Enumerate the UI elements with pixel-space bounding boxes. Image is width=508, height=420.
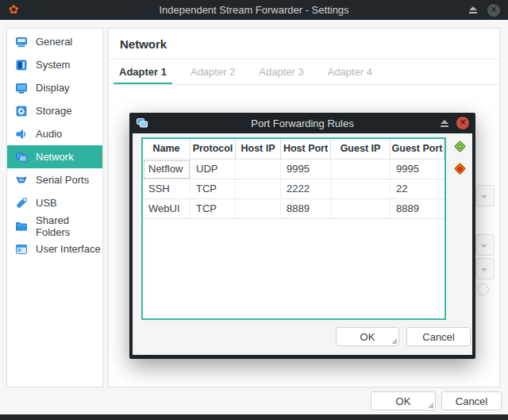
close-icon[interactable]: × [487,4,500,17]
sidebar-item-label: User Interface [36,243,101,255]
window-title: Independent Stream Forwarder - Settings [0,4,508,16]
sidebar-item-user-interface[interactable]: User Interface [7,237,102,260]
cancel-button[interactable]: Cancel [441,391,502,410]
tab-adapter-3[interactable]: Adapter 3 [253,60,309,84]
modal-close-icon[interactable]: × [456,117,469,129]
tab-adapter-1[interactable]: Adapter 1 [114,60,172,84]
table-cell[interactable] [331,179,391,199]
ok-button-label: OK [396,395,411,407]
cancel-button-label: Cancel [456,395,487,407]
table-row[interactable]: NetflowUDP99959995 [143,160,444,179]
shared-folders-icon [15,220,28,233]
storage-icon [15,105,28,118]
column-header-guest-port: Guest Port [391,139,444,160]
tab-adapter-4[interactable]: Adapter 4 [322,60,378,84]
refresh-mac-icon [477,283,489,295]
attached-to-combobox [475,185,495,206]
sidebar-item-shared-folders[interactable]: Shared Folders [7,214,102,237]
table-row[interactable]: WebUITCP88898889 [143,199,444,219]
settings-window: ✿ Independent Stream Forwarder - Setting… [0,0,508,420]
column-header-guest-ip: Guest IP [331,139,391,160]
table-cell[interactable]: SSH [143,179,190,199]
promiscuous-mode-combobox [475,258,495,279]
adapter-type-combobox [475,234,495,256]
sidebar-item-network[interactable]: Network [7,145,102,168]
page-title: Network [109,29,499,60]
serial-ports-icon [15,174,28,187]
sidebar-item-label: Audio [36,128,62,140]
table-cell[interactable] [236,160,281,179]
sidebar-item-label: Shared Folders [36,214,102,238]
table-cell[interactable]: 8889 [281,199,331,219]
system-icon [15,59,28,71]
sidebar-item-label: Serial Ports [36,174,89,186]
table-cell[interactable] [331,160,391,179]
table-cell[interactable]: Netflow [143,160,190,179]
sidebar-item-label: Display [36,82,70,94]
modal-title: Port Forwarding Rules [129,118,475,129]
table-cell[interactable] [236,179,281,199]
titlebar: ✿ Independent Stream Forwarder - Setting… [0,0,508,20]
modal-cancel-button[interactable]: Cancel [406,327,471,346]
settings-sidebar: GeneralSystemDisplayStorageAudioNetworkS… [6,28,103,387]
table-cell[interactable] [331,199,391,219]
table-cell[interactable]: TCP [190,179,236,199]
modal-titlebar: Port Forwarding Rules × [129,113,475,133]
remove-rule-icon[interactable] [453,162,467,175]
column-header-host-port: Host Port [281,139,331,160]
table-cell[interactable]: 8889 [391,199,444,219]
modal-ok-button[interactable]: OK [336,327,399,346]
column-header-host-ip: Host IP [236,139,281,160]
sidebar-item-label: Storage [36,105,72,117]
table-cell[interactable]: 9995 [391,160,444,179]
window-bottom-border [0,414,508,420]
modal-body: NameProtocolHost IPHost PortGuest IPGues… [133,133,472,355]
sidebar-item-label: System [36,59,70,71]
sidebar-item-label: Network [36,151,74,163]
table-cell[interactable]: 22 [391,179,444,199]
sidebar-item-label: USB [36,197,57,209]
modal-maximize-icon[interactable] [441,120,448,127]
modal-cancel-label: Cancel [422,331,454,343]
table-cell[interactable]: 2222 [281,179,331,199]
default-button-indicator [428,403,433,408]
add-rule-icon[interactable] [453,140,467,153]
column-header-name: Name [143,139,190,160]
sidebar-item-label: General [36,36,72,48]
audio-icon [15,128,28,141]
adapter-tabs: Adapter 1Adapter 2Adapter 3Adapter 4 [109,60,499,85]
display-icon [15,82,28,94]
sidebar-item-system[interactable]: System [7,53,102,76]
table-cell[interactable]: WebUI [143,199,190,219]
network-icon [15,151,28,164]
sidebar-item-audio[interactable]: Audio [7,122,102,145]
table-cell[interactable]: UDP [190,160,236,179]
port-forwarding-table: NameProtocolHost IPHost PortGuest IPGues… [141,137,446,320]
sidebar-item-general[interactable]: General [7,30,102,53]
table-header-row: NameProtocolHost IPHost PortGuest IPGues… [143,139,444,160]
column-header-protocol: Protocol [190,139,236,160]
port-forwarding-rules-dialog: Port Forwarding Rules × NameProtocolHost… [129,113,475,359]
table-cell[interactable]: 9995 [281,160,331,179]
user-interface-icon [15,243,28,256]
table-row[interactable]: SSHTCP222222 [143,179,444,199]
table-cell[interactable]: TCP [190,199,236,219]
default-button-indicator [391,338,397,344]
usb-icon [15,197,28,210]
ok-button[interactable]: OK [371,391,436,410]
sidebar-item-usb[interactable]: USB [7,191,102,214]
general-icon [15,36,28,48]
maximize-icon[interactable] [469,6,477,13]
tab-adapter-2[interactable]: Adapter 2 [185,60,241,84]
sidebar-item-storage[interactable]: Storage [7,99,102,122]
table-cell[interactable] [236,199,281,219]
sidebar-item-display[interactable]: Display [7,76,102,99]
sidebar-item-serial-ports[interactable]: Serial Ports [7,168,102,191]
modal-ok-label: OK [360,331,375,343]
